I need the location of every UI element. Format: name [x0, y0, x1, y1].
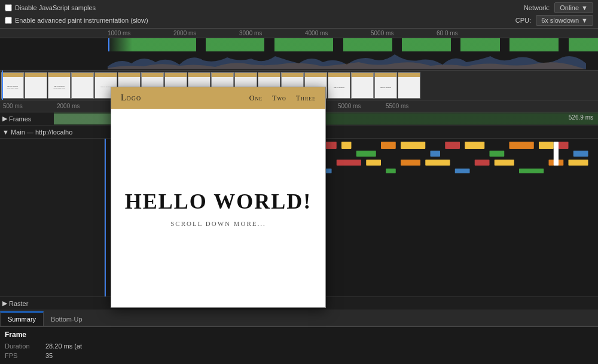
toolbar-right-1: Network: Online ▼: [524, 2, 593, 13]
svg-rect-19: [509, 142, 534, 149]
svg-rect-35: [386, 169, 396, 173]
tab-summary[interactable]: Summary: [0, 311, 44, 326]
ruler-3000: 3000 ms: [239, 30, 305, 36]
bottom-tabs: Summary Bottom-Up: [0, 310, 598, 327]
filmstrip-cursor: [2, 71, 3, 100]
toolbar-row-1: Disable JavaScript samples Network: Onli…: [5, 2, 593, 13]
ruler-1000: 1000 ms: [108, 30, 173, 36]
frames-time: 526.9 ms: [569, 114, 593, 121]
summary-fps-label: FPS: [5, 352, 41, 359]
cpu-dropdown[interactable]: 6x slowdown ▼: [536, 15, 593, 26]
popup-subtext: Scroll down more...: [170, 220, 266, 227]
svg-rect-36: [401, 160, 420, 166]
main-track-label[interactable]: ▼ Main — http://localho: [0, 129, 105, 136]
summary-fps-row: FPS 35: [5, 351, 593, 360]
summary-duration-value: 28.20 ms (at: [45, 342, 82, 350]
film-frame[interactable]: [25, 72, 47, 99]
disable-js-label: Disable JavaScript samples: [15, 4, 96, 11]
enable-paint-checkbox[interactable]: [5, 17, 12, 24]
svg-rect-17: [465, 142, 484, 149]
tab-bottom-up[interactable]: Bottom-Up: [44, 312, 90, 326]
film-frame[interactable]: [71, 72, 94, 99]
summary-duration-label: Duration: [5, 342, 41, 350]
toolbar: Disable JavaScript samples Network: Onli…: [0, 0, 598, 29]
svg-rect-13: [381, 142, 396, 149]
popup-nav-one: One: [249, 94, 263, 103]
svg-rect-40: [495, 160, 514, 166]
svg-rect-18: [490, 151, 505, 157]
svg-rect-34: [366, 160, 381, 166]
film-frame[interactable]: HELLO WORLD: [374, 72, 397, 99]
frames-expand-icon: ▶: [2, 115, 7, 123]
timeline-overview[interactable]: 1000 ms 2000 ms 3000 ms 4000 ms 5000 ms …: [0, 29, 598, 71]
flame-cursor: [105, 139, 106, 296]
svg-rect-41: [519, 169, 544, 173]
cpu-label: CPU:: [515, 17, 531, 24]
timeline-cursor: [108, 38, 109, 51]
svg-rect-21: [559, 142, 569, 149]
disable-js-checkbox-label[interactable]: Disable JavaScript samples: [5, 4, 96, 11]
chevron-down-icon: ▼: [581, 4, 588, 11]
svg-rect-15: [431, 151, 441, 157]
film-frame[interactable]: HELLO WORLD: [328, 72, 350, 99]
flame-left-panel: [0, 139, 105, 296]
ruler-6000: 60 0 ms: [437, 30, 458, 36]
popup-headline: Hello World!: [125, 189, 312, 214]
svg-rect-37: [425, 160, 450, 166]
svg-rect-14: [401, 142, 425, 149]
summary-panel: Frame Duration 28.20 ms (at FPS 35: [0, 327, 598, 364]
popup-nav-items: One Two Three: [249, 94, 316, 103]
popup-logo: Logo: [121, 93, 141, 103]
svg-rect-43: [569, 160, 588, 166]
fps-green-bars: [108, 38, 598, 51]
disable-js-checkbox[interactable]: [5, 4, 12, 11]
toolbar-row-2: Enable advanced paint instrumentation (s…: [5, 15, 593, 26]
popup-nav-three: Three: [296, 94, 316, 103]
summary-frame-title: Frame: [5, 331, 593, 339]
svg-rect-22: [573, 151, 588, 157]
svg-rect-12: [356, 151, 376, 157]
raster-label[interactable]: ▶ Raster: [0, 299, 105, 307]
ruler-5500: 5500 ms: [386, 103, 408, 109]
svg-rect-38: [455, 169, 470, 173]
svg-rect-39: [475, 160, 490, 166]
svg-rect-20: [539, 142, 554, 149]
summary-fps-value: 35: [45, 352, 53, 359]
popup-nav-two: Two: [272, 94, 286, 103]
popup-navbar: Logo One Two Three: [111, 87, 325, 109]
ruler-2000b: 2000 ms: [57, 103, 117, 109]
network-label: Network:: [524, 4, 550, 11]
ruler-4000: 4000 ms: [305, 30, 371, 36]
enable-paint-label: Enable advanced paint instrumentation (s…: [15, 17, 148, 24]
ruler-5000: 5000 ms: [371, 30, 437, 36]
film-frame[interactable]: [351, 72, 374, 99]
raster-expand-icon: ▶: [2, 299, 7, 307]
summary-duration-row: Duration 28.20 ms (at: [5, 341, 593, 351]
svg-rect-11: [341, 142, 352, 149]
popup-body: Hello World! Scroll down more...: [111, 109, 325, 307]
svg-rect-33: [337, 160, 361, 166]
devtools-panel: Disable JavaScript samples Network: Onli…: [0, 0, 598, 364]
film-frame[interactable]: HELLO WORLDscroll down more: [48, 72, 71, 99]
ruler-5000b: 5000 ms: [338, 103, 386, 109]
network-dropdown[interactable]: Online ▼: [554, 2, 593, 13]
svg-rect-16: [445, 142, 460, 149]
toolbar-right-2: CPU: 6x slowdown ▼: [515, 15, 593, 26]
chevron-down-icon-2: ▼: [581, 17, 588, 24]
frames-label[interactable]: ▶ Frames: [0, 115, 54, 123]
cpu-chart: [108, 51, 598, 69]
ruler-2000: 2000 ms: [173, 30, 239, 36]
enable-paint-checkbox-label[interactable]: Enable advanced paint instrumentation (s…: [5, 17, 148, 24]
film-frame[interactable]: [398, 72, 420, 99]
film-frame[interactable]: HELLO WORLDscroll down more: [1, 72, 24, 99]
screenshot-popup: Logo One Two Three Hello World! Scroll d…: [111, 87, 326, 308]
svg-rect-44: [554, 142, 559, 166]
ruler-500: 500 ms: [0, 103, 57, 109]
